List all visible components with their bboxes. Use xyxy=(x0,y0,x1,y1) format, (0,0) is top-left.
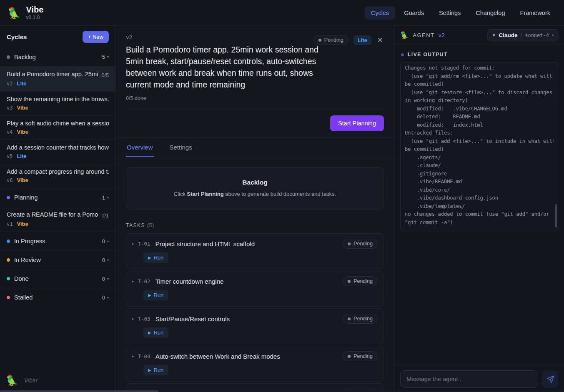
send-message-button[interactable] xyxy=(542,370,558,388)
live-output-header: LIVE OUTPUT xyxy=(400,51,558,57)
task-status-label: Pending xyxy=(353,278,373,284)
nav-item-settings[interactable]: Settings xyxy=(433,6,467,20)
cycle-item-progress: 0/5 xyxy=(102,72,109,78)
cycle-item-title: Show the remaining time in the brows... xyxy=(7,96,109,102)
message-agent-input[interactable] xyxy=(400,370,538,388)
task-title: Auto-switch between Work and Break modes xyxy=(155,353,339,360)
cycle-version: v3 xyxy=(7,105,13,111)
new-cycle-button[interactable]: + New xyxy=(83,31,109,43)
task-id: T-03 xyxy=(138,316,150,322)
start-planning-button[interactable]: Start Planning xyxy=(330,115,384,131)
section-count: 0 xyxy=(102,257,105,263)
cycle-item-v3[interactable]: Show the remaining time in the brows... … xyxy=(0,91,115,115)
close-icon[interactable]: ✕ xyxy=(376,36,384,45)
section-count: 0 xyxy=(102,276,105,282)
status-dot-icon xyxy=(348,355,351,358)
run-task-button[interactable]: ▶ Run xyxy=(143,290,168,300)
cycle-tag-vibe: Vibe xyxy=(17,129,28,135)
chevron-down-icon: ▾ xyxy=(107,55,109,59)
agent-body: LIVE OUTPUT Changes not staged for commi… xyxy=(394,45,564,366)
terminal-line: deleted: README.md xyxy=(405,113,554,121)
expand-caret-icon[interactable]: ▸ xyxy=(132,317,134,321)
task-card-t04[interactable]: ▸ T-04 Auto-switch between Work and Brea… xyxy=(126,346,384,382)
terminal-line: modified: index.html xyxy=(405,121,554,130)
mascot-status-text: Vibin' xyxy=(24,377,38,384)
horizontal-scrollbar-thumb[interactable] xyxy=(0,390,158,392)
play-icon: ▶ xyxy=(148,255,151,260)
cycle-item-v1[interactable]: Create a README file for a Pomodo... 0/1… xyxy=(0,207,115,232)
terminal-line: (use "git add/rm <file>..." to update wh… xyxy=(405,72,554,81)
terminal-line: .vibe/templates/ xyxy=(405,202,554,211)
model-selector[interactable]: ✦ Claude / sonnet-4 ▾ xyxy=(487,29,558,41)
sidebar-header: Cycles + New xyxy=(0,26,115,47)
terminal-line: modified: .vibe/CHANGELOG.md xyxy=(405,105,554,113)
notice-title: Backlog xyxy=(135,179,375,186)
section-header-in-review[interactable]: In Review 0 ▾ xyxy=(0,250,115,269)
sidebar-title: Cycles xyxy=(7,33,27,40)
status-dot-in-progress xyxy=(7,240,10,243)
expand-caret-icon[interactable]: ▸ xyxy=(132,279,134,283)
agent-label: AGENT xyxy=(413,32,434,38)
chevron-down-icon: ▾ xyxy=(107,258,109,262)
parrot-logo-icon: 🦜 xyxy=(8,7,21,18)
terminal-line: be committed) xyxy=(405,145,554,154)
section-header-stalled[interactable]: Stalled 0 ▾ xyxy=(0,288,115,307)
task-status-badge: Pending xyxy=(343,239,378,249)
expand-caret-icon[interactable]: ▸ xyxy=(132,242,134,246)
section-header-backlog[interactable]: Backlog 5 ▾ xyxy=(0,47,115,66)
nav-item-guards[interactable]: Guards xyxy=(398,6,430,20)
cycle-version: v2 xyxy=(7,81,13,87)
task-card-t02[interactable]: ▸ T-02 Timer countdown engine Pending ▶ … xyxy=(126,271,384,307)
top-header: 🦜 Vibe v0.1.0 Cycles Guards Settings Cha… xyxy=(0,0,564,26)
nav-item-cycles[interactable]: Cycles xyxy=(365,6,396,20)
expand-caret-icon[interactable]: ▸ xyxy=(132,354,134,358)
section-header-done[interactable]: Done 0 ▾ xyxy=(0,269,115,288)
status-dot-stalled xyxy=(7,296,10,299)
status-dot-icon xyxy=(348,280,351,283)
terminal-line: in working directory) xyxy=(405,97,554,105)
tab-settings[interactable]: Settings xyxy=(169,138,193,157)
cycle-item-v6[interactable]: Add a compact progress ring around t... … xyxy=(0,164,115,188)
cycle-progress-text: 0/5 done xyxy=(126,95,384,109)
task-card-t03[interactable]: ▸ T-03 Start/Pause/Reset controls Pendin… xyxy=(126,308,384,344)
section-count: 1 xyxy=(102,195,105,201)
section-label: Planning xyxy=(14,194,38,201)
top-nav: Cycles Guards Settings Changelog Framewo… xyxy=(365,6,556,20)
section-header-in-progress[interactable]: In Progress 0 ▾ xyxy=(0,232,115,250)
live-output-label: LIVE OUTPUT xyxy=(408,52,448,57)
run-task-button[interactable]: ▶ Run xyxy=(143,365,168,375)
status-dot-in-review xyxy=(7,258,10,262)
cycle-version: v1 xyxy=(7,221,13,227)
terminal-scrollbar[interactable] xyxy=(555,204,557,227)
live-output-dot-icon xyxy=(401,53,404,56)
section-label: Backlog xyxy=(14,54,36,60)
section-label: In Review xyxy=(14,257,41,263)
task-card-t01[interactable]: ▸ T-01 Project structure and HTML scaffo… xyxy=(126,233,384,269)
task-id: T-01 xyxy=(138,241,150,247)
cycle-item-v4[interactable]: Play a soft audio chime when a sessio...… xyxy=(0,115,115,140)
cycle-item-v5[interactable]: Add a session counter that tracks how ..… xyxy=(0,140,115,164)
agent-version: v2 xyxy=(439,32,445,38)
cycle-item-title: Play a soft audio chime when a sessio... xyxy=(7,120,109,127)
send-icon xyxy=(546,375,554,383)
run-task-button[interactable]: ▶ Run xyxy=(143,252,168,263)
terminal-line: .agents/ xyxy=(405,154,554,162)
cycle-version: v5 xyxy=(7,153,13,159)
run-task-button[interactable]: ▶ Run xyxy=(143,327,168,338)
terminal-line: .gitignore xyxy=(405,170,554,178)
live-output-terminal[interactable]: Changes not staged for commit: (use "git… xyxy=(400,62,558,231)
cycle-tag-vibe: Vibe xyxy=(17,221,28,227)
horizontal-scrollbar[interactable] xyxy=(0,390,564,392)
tab-overview[interactable]: Overview xyxy=(126,138,154,157)
run-label: Run xyxy=(154,255,164,261)
nav-item-framework[interactable]: Framework xyxy=(514,6,556,20)
status-dot-icon xyxy=(348,242,351,245)
terminal-line: be committed) xyxy=(405,80,554,89)
task-status-badge: Pending xyxy=(343,276,378,286)
section-header-planning[interactable]: Planning 1 ▾ xyxy=(0,188,115,207)
app-title: Vibe xyxy=(26,5,43,14)
cycle-item-v2[interactable]: Build a Pomodoro timer app. 25min... 0/5… xyxy=(0,66,115,91)
nav-item-changelog[interactable]: Changelog xyxy=(469,6,511,20)
cycle-item-title: Build a Pomodoro timer app. 25min... xyxy=(7,71,98,77)
section-count: 0 xyxy=(102,295,105,301)
